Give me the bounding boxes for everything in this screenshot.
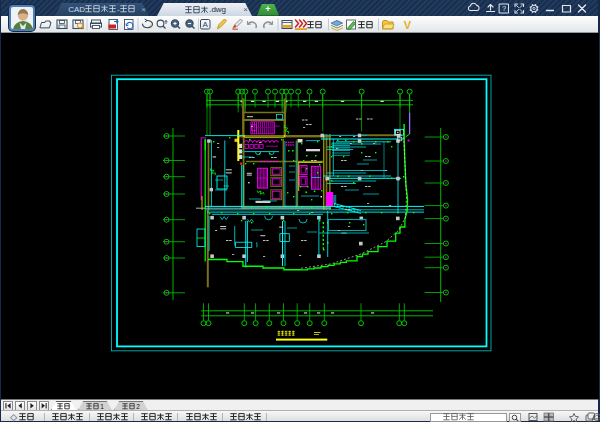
svg-text:A: A <box>203 20 209 29</box>
svg-text:V: V <box>404 19 412 31</box>
svg-text:?: ? <box>502 4 506 13</box>
